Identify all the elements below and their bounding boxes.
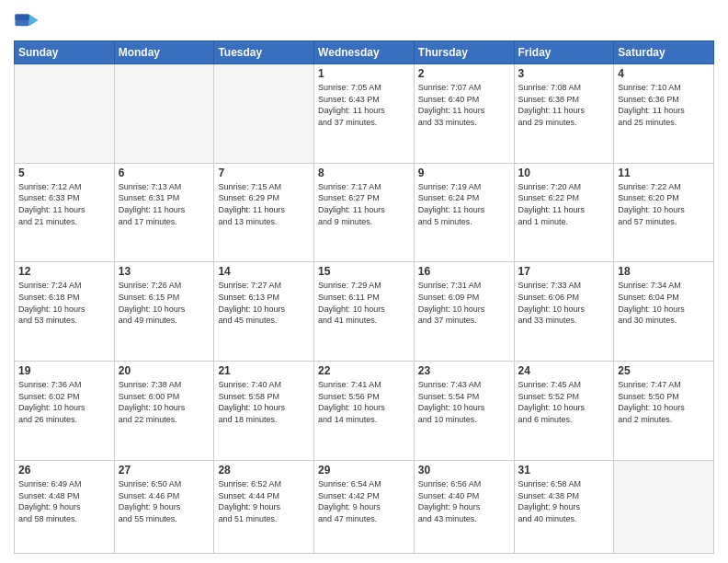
- day-number: 29: [318, 464, 410, 477]
- weekday-header-wednesday: Wednesday: [314, 41, 415, 64]
- day-info: Sunrise: 7:26 AM Sunset: 6:15 PM Dayligh…: [119, 280, 210, 326]
- calendar-cell: [114, 64, 214, 164]
- calendar-row-0: 1Sunrise: 7:05 AM Sunset: 6:43 PM Daylig…: [15, 64, 714, 164]
- day-info: Sunrise: 7:38 AM Sunset: 6:00 PM Dayligh…: [119, 379, 210, 425]
- calendar-row-4: 26Sunrise: 6:49 AM Sunset: 4:48 PM Dayli…: [15, 460, 714, 553]
- calendar-cell: [214, 64, 314, 164]
- weekday-header-tuesday: Tuesday: [214, 41, 314, 64]
- day-info: Sunrise: 7:43 AM Sunset: 5:54 PM Dayligh…: [418, 379, 510, 425]
- day-info: Sunrise: 7:15 AM Sunset: 6:29 PM Dayligh…: [218, 181, 310, 227]
- day-number: 28: [218, 464, 310, 477]
- weekday-header-sunday: Sunday: [15, 41, 115, 64]
- day-number: 3: [518, 67, 610, 80]
- day-number: 26: [18, 464, 110, 477]
- weekday-header-thursday: Thursday: [414, 41, 514, 64]
- day-info: Sunrise: 6:52 AM Sunset: 4:44 PM Dayligh…: [218, 478, 310, 524]
- day-number: 16: [418, 265, 510, 278]
- calendar-row-1: 5Sunrise: 7:12 AM Sunset: 6:33 PM Daylig…: [15, 163, 714, 262]
- day-number: 12: [18, 265, 110, 278]
- day-number: 5: [18, 167, 110, 179]
- calendar-cell: [614, 460, 714, 553]
- day-info: Sunrise: 6:50 AM Sunset: 4:46 PM Dayligh…: [119, 478, 210, 524]
- day-number: 24: [518, 364, 610, 377]
- calendar-cell: 30Sunrise: 6:56 AM Sunset: 4:40 PM Dayli…: [414, 460, 514, 553]
- day-info: Sunrise: 7:36 AM Sunset: 6:02 PM Dayligh…: [18, 379, 110, 425]
- day-info: Sunrise: 7:19 AM Sunset: 6:24 PM Dayligh…: [418, 181, 510, 227]
- day-number: 30: [418, 464, 510, 477]
- calendar-cell: 20Sunrise: 7:38 AM Sunset: 6:00 PM Dayli…: [114, 362, 214, 461]
- calendar-cell: 23Sunrise: 7:43 AM Sunset: 5:54 PM Dayli…: [414, 362, 514, 461]
- calendar-cell: 13Sunrise: 7:26 AM Sunset: 6:15 PM Dayli…: [114, 262, 214, 362]
- weekday-header-monday: Monday: [114, 41, 214, 64]
- calendar-cell: 2Sunrise: 7:07 AM Sunset: 6:40 PM Daylig…: [414, 64, 514, 164]
- day-info: Sunrise: 7:29 AM Sunset: 6:11 PM Dayligh…: [318, 280, 410, 326]
- calendar-cell: 6Sunrise: 7:13 AM Sunset: 6:31 PM Daylig…: [114, 163, 214, 262]
- day-number: 20: [119, 364, 210, 377]
- day-info: Sunrise: 7:45 AM Sunset: 5:52 PM Dayligh…: [518, 379, 610, 425]
- day-number: 18: [618, 265, 710, 278]
- calendar-cell: 29Sunrise: 6:54 AM Sunset: 4:42 PM Dayli…: [314, 460, 415, 553]
- page: SundayMondayTuesdayWednesdayThursdayFrid…: [0, 0, 728, 563]
- calendar-cell: 28Sunrise: 6:52 AM Sunset: 4:44 PM Dayli…: [214, 460, 314, 553]
- day-info: Sunrise: 6:56 AM Sunset: 4:40 PM Dayligh…: [418, 478, 510, 524]
- day-number: 17: [518, 265, 610, 278]
- day-number: 2: [418, 67, 510, 80]
- day-number: 6: [119, 167, 210, 179]
- calendar-cell: 14Sunrise: 7:27 AM Sunset: 6:13 PM Dayli…: [214, 262, 314, 362]
- calendar-cell: 10Sunrise: 7:20 AM Sunset: 6:22 PM Dayli…: [514, 163, 614, 262]
- calendar-cell: 19Sunrise: 7:36 AM Sunset: 6:02 PM Dayli…: [15, 362, 115, 461]
- calendar-cell: 8Sunrise: 7:17 AM Sunset: 6:27 PM Daylig…: [314, 163, 415, 262]
- calendar-cell: 16Sunrise: 7:31 AM Sunset: 6:09 PM Dayli…: [414, 262, 514, 362]
- calendar-table: SundayMondayTuesdayWednesdayThursdayFrid…: [14, 40, 714, 554]
- day-number: 10: [518, 167, 610, 179]
- day-info: Sunrise: 7:31 AM Sunset: 6:09 PM Dayligh…: [418, 280, 510, 326]
- day-info: Sunrise: 7:34 AM Sunset: 6:04 PM Dayligh…: [618, 280, 710, 326]
- day-info: Sunrise: 7:47 AM Sunset: 5:50 PM Dayligh…: [618, 379, 710, 425]
- day-info: Sunrise: 7:33 AM Sunset: 6:06 PM Dayligh…: [518, 280, 610, 326]
- calendar-cell: 21Sunrise: 7:40 AM Sunset: 5:58 PM Dayli…: [214, 362, 314, 461]
- day-number: 9: [418, 167, 510, 179]
- calendar-cell: 7Sunrise: 7:15 AM Sunset: 6:29 PM Daylig…: [214, 163, 314, 262]
- svg-rect-2: [15, 15, 28, 20]
- calendar-cell: 25Sunrise: 7:47 AM Sunset: 5:50 PM Dayli…: [614, 362, 714, 461]
- day-info: Sunrise: 6:54 AM Sunset: 4:42 PM Dayligh…: [318, 478, 410, 524]
- day-info: Sunrise: 7:13 AM Sunset: 6:31 PM Dayligh…: [119, 181, 210, 227]
- calendar-cell: 24Sunrise: 7:45 AM Sunset: 5:52 PM Dayli…: [514, 362, 614, 461]
- calendar-cell: 12Sunrise: 7:24 AM Sunset: 6:18 PM Dayli…: [15, 262, 115, 362]
- day-number: 19: [18, 364, 110, 377]
- day-number: 4: [618, 67, 710, 80]
- day-number: 22: [318, 364, 410, 377]
- day-info: Sunrise: 7:10 AM Sunset: 6:36 PM Dayligh…: [618, 82, 710, 128]
- day-info: Sunrise: 7:41 AM Sunset: 5:56 PM Dayligh…: [318, 379, 410, 425]
- calendar-cell: 27Sunrise: 6:50 AM Sunset: 4:46 PM Dayli…: [114, 460, 214, 553]
- calendar-cell: 11Sunrise: 7:22 AM Sunset: 6:20 PM Dayli…: [614, 163, 714, 262]
- calendar-cell: 26Sunrise: 6:49 AM Sunset: 4:48 PM Dayli…: [15, 460, 115, 553]
- svg-marker-1: [29, 15, 39, 27]
- day-number: 8: [318, 167, 410, 179]
- calendar-row-2: 12Sunrise: 7:24 AM Sunset: 6:18 PM Dayli…: [15, 262, 714, 362]
- calendar-cell: 17Sunrise: 7:33 AM Sunset: 6:06 PM Dayli…: [514, 262, 614, 362]
- day-number: 11: [618, 167, 710, 179]
- calendar-cell: 31Sunrise: 6:58 AM Sunset: 4:38 PM Dayli…: [514, 460, 614, 553]
- day-info: Sunrise: 7:17 AM Sunset: 6:27 PM Dayligh…: [318, 181, 410, 227]
- calendar-cell: 3Sunrise: 7:08 AM Sunset: 6:38 PM Daylig…: [514, 64, 614, 164]
- day-number: 14: [218, 265, 310, 278]
- calendar-cell: 15Sunrise: 7:29 AM Sunset: 6:11 PM Dayli…: [314, 262, 415, 362]
- calendar-cell: 18Sunrise: 7:34 AM Sunset: 6:04 PM Dayli…: [614, 262, 714, 362]
- calendar-cell: 5Sunrise: 7:12 AM Sunset: 6:33 PM Daylig…: [15, 163, 115, 262]
- day-number: 15: [318, 265, 410, 278]
- day-number: 23: [418, 364, 510, 377]
- day-number: 27: [119, 464, 210, 477]
- day-info: Sunrise: 7:40 AM Sunset: 5:58 PM Dayligh…: [218, 379, 310, 425]
- calendar-cell: 1Sunrise: 7:05 AM Sunset: 6:43 PM Daylig…: [314, 64, 415, 164]
- day-number: 7: [218, 167, 310, 179]
- day-info: Sunrise: 7:27 AM Sunset: 6:13 PM Dayligh…: [218, 280, 310, 326]
- day-number: 1: [318, 67, 410, 80]
- day-info: Sunrise: 7:12 AM Sunset: 6:33 PM Dayligh…: [18, 181, 110, 227]
- day-number: 21: [218, 364, 310, 377]
- logo: [14, 9, 43, 35]
- calendar-row-3: 19Sunrise: 7:36 AM Sunset: 6:02 PM Dayli…: [15, 362, 714, 461]
- weekday-header-friday: Friday: [514, 41, 614, 64]
- calendar-cell: 9Sunrise: 7:19 AM Sunset: 6:24 PM Daylig…: [414, 163, 514, 262]
- day-info: Sunrise: 6:49 AM Sunset: 4:48 PM Dayligh…: [18, 478, 110, 524]
